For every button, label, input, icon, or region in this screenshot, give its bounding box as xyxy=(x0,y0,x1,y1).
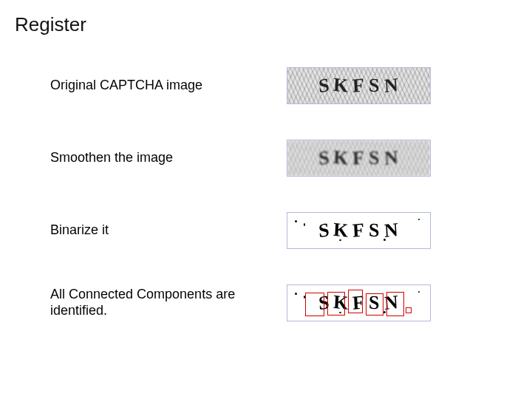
captcha-binarized-image: S K F S N xyxy=(287,212,431,249)
captcha-char: N xyxy=(383,74,400,98)
row-binarize: Binarize it S K F S N xyxy=(15,212,517,249)
component-box xyxy=(406,307,412,313)
row-label: Binarize it xyxy=(50,222,287,239)
captcha-char: S xyxy=(369,74,381,97)
captcha-char: F xyxy=(352,219,366,242)
captcha-text: S K F S N xyxy=(287,68,430,103)
noise-speck xyxy=(383,311,386,313)
noise-speck xyxy=(304,223,305,226)
captcha-components-image: S K F S N xyxy=(287,284,431,321)
component-box xyxy=(305,293,324,316)
captcha-char: S xyxy=(318,146,331,170)
captcha-smoothed-image: S K F S N xyxy=(287,140,431,177)
row-label: Original CAPTCHA image xyxy=(50,78,287,94)
captcha-char: N xyxy=(383,146,400,170)
row-connected-components: All Connected Components are identified.… xyxy=(15,284,517,321)
row-smooth: Smoothen the image S K F S N xyxy=(15,140,517,177)
component-box xyxy=(327,292,345,316)
captcha-char: S xyxy=(369,219,381,242)
captcha-char: K xyxy=(332,74,350,98)
captcha-char: S xyxy=(318,219,331,242)
noise-speck xyxy=(418,219,420,220)
component-box xyxy=(366,293,383,316)
row-label: All Connected Components are identified. xyxy=(50,287,287,318)
captcha-char: K xyxy=(332,146,350,170)
captcha-text: S K F S N xyxy=(287,140,430,176)
noise-speck xyxy=(295,220,297,222)
captcha-char: F xyxy=(352,74,366,98)
row-original: Original CAPTCHA image S K F S N xyxy=(15,67,517,104)
slide: Register Original CAPTCHA image S K F S … xyxy=(0,0,532,399)
row-label: Smoothen the image xyxy=(50,150,287,166)
component-box xyxy=(386,292,404,316)
noise-speck xyxy=(418,291,420,293)
noise-speck xyxy=(383,239,386,241)
noise-speck xyxy=(339,239,341,241)
component-box xyxy=(348,290,363,313)
page-title: Register xyxy=(15,13,517,36)
noise-speck xyxy=(295,293,297,295)
captcha-char: F xyxy=(352,146,366,170)
captcha-original-image: S K F S N xyxy=(287,67,431,104)
captcha-char: N xyxy=(383,219,400,242)
captcha-char: K xyxy=(332,219,350,242)
captcha-text: S K F S N xyxy=(287,213,430,248)
captcha-char: S xyxy=(318,74,331,98)
captcha-char: S xyxy=(369,146,381,169)
